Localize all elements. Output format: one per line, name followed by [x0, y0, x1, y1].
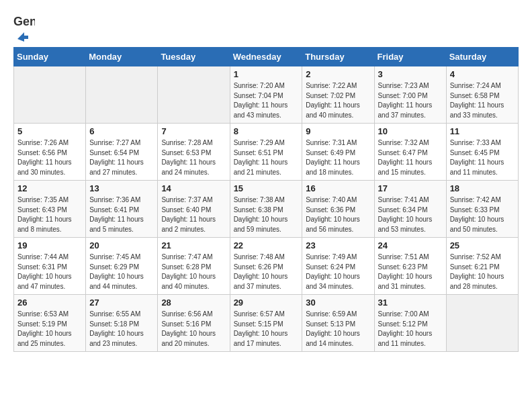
day-info: Sunrise: 7:51 AM Sunset: 6:23 PM Dayligh…: [378, 253, 443, 291]
day-info: Sunrise: 7:26 AM Sunset: 6:56 PM Dayligh…: [17, 138, 82, 177]
calendar-cell: 1Sunrise: 7:20 AM Sunset: 7:04 PM Daylig…: [230, 66, 302, 124]
day-info: Sunrise: 7:44 AM Sunset: 6:31 PM Dayligh…: [17, 253, 82, 291]
day-number: 21: [161, 240, 226, 250]
calendar-cell: 22Sunrise: 7:48 AM Sunset: 6:26 PM Dayli…: [230, 238, 302, 295]
weekday-header: Monday: [86, 48, 158, 66]
day-number: 1: [234, 69, 299, 79]
day-number: 31: [378, 298, 443, 308]
day-number: 3: [378, 69, 443, 79]
calendar-cell: 12Sunrise: 7:35 AM Sunset: 6:43 PM Dayli…: [14, 181, 86, 238]
day-info: Sunrise: 7:23 AM Sunset: 7:00 PM Dayligh…: [378, 81, 443, 120]
day-number: 29: [234, 298, 299, 308]
day-info: Sunrise: 7:27 AM Sunset: 6:54 PM Dayligh…: [89, 138, 154, 177]
day-info: Sunrise: 6:55 AM Sunset: 5:18 PM Dayligh…: [89, 310, 154, 349]
weekday-header: Sunday: [14, 48, 86, 66]
page-header: General: [13, 13, 519, 42]
weekday-header: Wednesday: [230, 48, 302, 66]
day-number: 9: [306, 126, 370, 136]
day-info: Sunrise: 7:36 AM Sunset: 6:41 PM Dayligh…: [89, 195, 154, 234]
calendar-cell: 21Sunrise: 7:47 AM Sunset: 6:28 PM Dayli…: [158, 238, 230, 295]
weekday-header: Thursday: [302, 48, 374, 66]
calendar-cell: 2Sunrise: 7:22 AM Sunset: 7:02 PM Daylig…: [302, 66, 374, 124]
day-number: 23: [306, 240, 370, 250]
day-number: 24: [378, 240, 443, 250]
day-number: 11: [450, 126, 515, 136]
day-number: 14: [161, 183, 226, 193]
day-info: Sunrise: 7:24 AM Sunset: 6:58 PM Dayligh…: [450, 81, 515, 120]
calendar-cell: [86, 66, 158, 124]
calendar-cell: 8Sunrise: 7:29 AM Sunset: 6:51 PM Daylig…: [230, 124, 302, 181]
day-number: 12: [17, 183, 82, 193]
calendar-cell: [158, 66, 230, 124]
calendar-cell: 7Sunrise: 7:28 AM Sunset: 6:53 PM Daylig…: [158, 124, 230, 181]
day-info: Sunrise: 6:56 AM Sunset: 5:16 PM Dayligh…: [161, 310, 226, 349]
day-info: Sunrise: 7:20 AM Sunset: 7:04 PM Dayligh…: [234, 81, 299, 120]
calendar-cell: 10Sunrise: 7:32 AM Sunset: 6:47 PM Dayli…: [374, 124, 446, 181]
day-info: Sunrise: 7:22 AM Sunset: 7:02 PM Dayligh…: [306, 81, 370, 120]
day-number: 13: [89, 183, 154, 193]
weekday-header: Saturday: [446, 48, 518, 66]
day-number: 8: [234, 126, 299, 136]
calendar-cell: 11Sunrise: 7:33 AM Sunset: 6:45 PM Dayli…: [446, 124, 518, 181]
day-number: 17: [378, 183, 443, 193]
day-number: 30: [306, 298, 370, 308]
day-info: Sunrise: 6:59 AM Sunset: 5:13 PM Dayligh…: [306, 310, 370, 349]
day-info: Sunrise: 7:47 AM Sunset: 6:28 PM Dayligh…: [161, 253, 226, 291]
calendar-cell: 13Sunrise: 7:36 AM Sunset: 6:41 PM Dayli…: [86, 181, 158, 238]
day-info: Sunrise: 7:48 AM Sunset: 6:26 PM Dayligh…: [234, 253, 299, 291]
day-info: Sunrise: 7:37 AM Sunset: 6:40 PM Dayligh…: [161, 195, 226, 234]
calendar-cell: 4Sunrise: 7:24 AM Sunset: 6:58 PM Daylig…: [446, 66, 518, 124]
calendar-cell: 16Sunrise: 7:40 AM Sunset: 6:36 PM Dayli…: [302, 181, 374, 238]
calendar-cell: 6Sunrise: 7:27 AM Sunset: 6:54 PM Daylig…: [86, 124, 158, 181]
day-info: Sunrise: 6:57 AM Sunset: 5:15 PM Dayligh…: [234, 310, 299, 349]
day-info: Sunrise: 7:40 AM Sunset: 6:36 PM Dayligh…: [306, 195, 370, 234]
day-info: Sunrise: 7:38 AM Sunset: 6:38 PM Dayligh…: [234, 195, 299, 234]
calendar-cell: 14Sunrise: 7:37 AM Sunset: 6:40 PM Dayli…: [158, 181, 230, 238]
day-info: Sunrise: 7:42 AM Sunset: 6:33 PM Dayligh…: [450, 195, 515, 234]
day-info: Sunrise: 7:33 AM Sunset: 6:45 PM Dayligh…: [450, 138, 515, 177]
day-number: 10: [378, 126, 443, 136]
calendar-cell: 3Sunrise: 7:23 AM Sunset: 7:00 PM Daylig…: [374, 66, 446, 124]
day-number: 2: [306, 69, 370, 79]
weekday-header: Tuesday: [158, 48, 230, 66]
day-info: Sunrise: 7:35 AM Sunset: 6:43 PM Dayligh…: [17, 195, 82, 234]
day-number: 6: [89, 126, 154, 136]
day-number: 19: [17, 240, 82, 250]
day-number: 25: [450, 240, 515, 250]
calendar-cell: 5Sunrise: 7:26 AM Sunset: 6:56 PM Daylig…: [14, 124, 86, 181]
day-info: Sunrise: 7:28 AM Sunset: 6:53 PM Dayligh…: [161, 138, 226, 177]
calendar-cell: 18Sunrise: 7:42 AM Sunset: 6:33 PM Dayli…: [446, 181, 518, 238]
day-number: 18: [450, 183, 515, 193]
day-number: 20: [89, 240, 154, 250]
calendar-cell: 15Sunrise: 7:38 AM Sunset: 6:38 PM Dayli…: [230, 181, 302, 238]
day-number: 28: [161, 298, 226, 308]
day-info: Sunrise: 7:41 AM Sunset: 6:34 PM Dayligh…: [378, 195, 443, 234]
day-info: Sunrise: 7:31 AM Sunset: 6:49 PM Dayligh…: [306, 138, 370, 177]
calendar-cell: 24Sunrise: 7:51 AM Sunset: 6:23 PM Dayli…: [374, 238, 446, 295]
calendar-cell: 17Sunrise: 7:41 AM Sunset: 6:34 PM Dayli…: [374, 181, 446, 238]
calendar-cell: 26Sunrise: 6:53 AM Sunset: 5:19 PM Dayli…: [14, 295, 86, 352]
day-info: Sunrise: 6:53 AM Sunset: 5:19 PM Dayligh…: [17, 310, 82, 349]
calendar-cell: 28Sunrise: 6:56 AM Sunset: 5:16 PM Dayli…: [158, 295, 230, 352]
day-number: 5: [17, 126, 82, 136]
day-info: Sunrise: 7:29 AM Sunset: 6:51 PM Dayligh…: [234, 138, 299, 177]
day-info: Sunrise: 7:00 AM Sunset: 5:12 PM Dayligh…: [378, 310, 443, 349]
calendar-cell: 31Sunrise: 7:00 AM Sunset: 5:12 PM Dayli…: [374, 295, 446, 352]
day-number: 26: [17, 298, 82, 308]
day-number: 27: [89, 298, 154, 308]
calendar-cell: 20Sunrise: 7:45 AM Sunset: 6:29 PM Dayli…: [86, 238, 158, 295]
day-number: 4: [450, 69, 515, 79]
day-number: 16: [306, 183, 370, 193]
calendar-cell: 25Sunrise: 7:52 AM Sunset: 6:21 PM Dayli…: [446, 238, 518, 295]
calendar-cell: 29Sunrise: 6:57 AM Sunset: 5:15 PM Dayli…: [230, 295, 302, 352]
svg-text:General: General: [13, 15, 35, 28]
weekday-header: Friday: [374, 48, 446, 66]
svg-marker-1: [17, 32, 28, 42]
calendar-cell: 19Sunrise: 7:44 AM Sunset: 6:31 PM Dayli…: [14, 238, 86, 295]
day-info: Sunrise: 7:45 AM Sunset: 6:29 PM Dayligh…: [89, 253, 154, 291]
calendar-cell: 30Sunrise: 6:59 AM Sunset: 5:13 PM Dayli…: [302, 295, 374, 352]
day-info: Sunrise: 7:52 AM Sunset: 6:21 PM Dayligh…: [450, 253, 515, 291]
day-number: 15: [234, 183, 299, 193]
calendar-cell: 23Sunrise: 7:49 AM Sunset: 6:24 PM Dayli…: [302, 238, 374, 295]
day-number: 22: [234, 240, 299, 250]
